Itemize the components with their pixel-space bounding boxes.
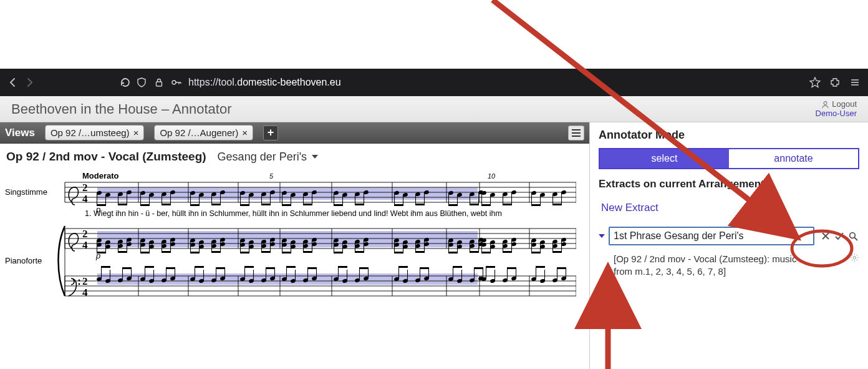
confirm-icon[interactable] (833, 230, 846, 242)
tab-augener[interactable]: Op 92 /…Augener) × (154, 125, 253, 140)
close-icon[interactable]: × (133, 128, 139, 137)
svg-point-406 (849, 232, 855, 238)
svg-line-413 (852, 255, 852, 255)
new-extract-link[interactable]: New Extract (601, 202, 859, 214)
svg-rect-269 (503, 251, 512, 253)
svg-rect-108 (481, 204, 491, 206)
svg-rect-206 (282, 252, 291, 253)
svg-rect-38 (140, 204, 150, 206)
mode-annotate-button[interactable]: annotate (729, 148, 859, 169)
bar-number-10: 10 (488, 172, 496, 180)
svg-rect-349 (286, 266, 296, 268)
mode-select-button[interactable]: select (599, 148, 729, 169)
svg-rect-314 (122, 267, 132, 269)
svg-rect-354 (307, 267, 317, 269)
menu-icon[interactable] (849, 77, 861, 88)
extract-row (599, 227, 859, 245)
bookmark-icon[interactable] (809, 77, 821, 88)
bar-number-5: 5 (269, 172, 274, 180)
left-column: Views Op 92 /…umsteeg) × Op 92 /…Augener… (0, 122, 589, 369)
add-tab-button[interactable]: + (263, 125, 278, 140)
svg-rect-48 (190, 204, 200, 206)
svg-rect-241 (415, 251, 425, 253)
logout-link[interactable]: Logout (816, 100, 857, 109)
svg-rect-284 (97, 273, 478, 285)
tab-zumsteeg[interactable]: Op 92 /…umsteeg) × (45, 125, 145, 140)
svg-rect-157 (118, 251, 127, 253)
svg-rect-113 (503, 204, 512, 205)
svg-point-1 (172, 81, 176, 84)
svg-rect-164 (140, 252, 150, 253)
svg-rect-220 (334, 252, 343, 253)
score-area[interactable]: Singstimme Pianoforte Moderato 5 10 (0, 166, 589, 369)
svg-rect-43 (162, 204, 171, 205)
url-bar[interactable]: https://tool.domestic-beethoven.eu (136, 77, 804, 88)
extensions-icon[interactable] (829, 77, 841, 88)
cancel-icon[interactable] (819, 230, 832, 242)
close-icon[interactable]: × (242, 128, 248, 137)
user-name[interactable]: Demo-User (816, 109, 857, 118)
svg-line-407 (854, 237, 857, 240)
svg-rect-394 (507, 267, 516, 269)
svg-rect-123 (552, 204, 562, 205)
svg-rect-248 (448, 252, 458, 253)
view-menu-button[interactable] (568, 125, 584, 140)
url-text: https://tool.domestic-beethoven.eu (188, 77, 341, 88)
svg-rect-78 (334, 204, 343, 206)
instrument-pianoforte: Pianoforte (5, 256, 42, 265)
svg-rect-192 (240, 252, 249, 253)
tab-label: Op 92 /…umsteeg) (51, 127, 130, 138)
gear-icon[interactable] (850, 253, 859, 265)
svg-rect-88 (394, 204, 403, 206)
svg-point-408 (853, 256, 856, 258)
svg-rect-150 (97, 252, 106, 253)
chevron-down-icon (312, 155, 318, 159)
svg-rect-369 (398, 266, 408, 268)
svg-rect-255 (470, 251, 479, 253)
mode-toggle: select annotate (599, 148, 859, 169)
extract-name-input[interactable] (609, 227, 814, 245)
extracts-label: Extracts on current Arrangements: (599, 178, 859, 190)
svg-rect-68 (282, 204, 291, 206)
search-icon[interactable] (847, 230, 859, 242)
extract-detail: [Op 92 / 2nd mov - Vocal (Zumsteeg): mus… (614, 253, 859, 278)
app-title: Beethoven in the House – Annotator (11, 101, 816, 117)
svg-rect-309 (101, 266, 110, 268)
svg-rect-213 (303, 251, 312, 253)
svg-text:4: 4 (82, 287, 88, 298)
svg-rect-399 (536, 266, 545, 268)
svg-rect-227 (355, 251, 364, 253)
browser-bar: https://tool.domestic-beethoven.eu (0, 69, 868, 96)
reload-button[interactable] (120, 77, 131, 88)
svg-rect-93 (415, 204, 425, 205)
key-icon (171, 77, 182, 88)
lyrics: 1. Wiegt ihn hin - ü - ber, hüllt ihn in… (85, 209, 502, 218)
url-prefix: https://tool. (188, 77, 237, 87)
svg-rect-324 (166, 267, 175, 269)
svg-text:2: 2 (82, 228, 88, 240)
score-subtitle-dropdown[interactable]: Gesang der Peri's (218, 150, 319, 164)
svg-rect-98 (448, 204, 458, 206)
svg-point-291 (79, 280, 80, 282)
shield-icon (136, 77, 147, 88)
svg-rect-234 (394, 252, 403, 253)
forward-button[interactable] (24, 77, 35, 88)
svg-text:4: 4 (82, 193, 88, 205)
app-header: Beethoven in the House – Annotator Logou… (0, 96, 868, 122)
instrument-singstimme: Singstimme (5, 187, 47, 197)
user-box: Logout Demo-User (816, 100, 857, 118)
svg-rect-4 (97, 187, 478, 200)
svg-rect-73 (303, 204, 312, 205)
svg-rect-384 (474, 267, 483, 269)
extract-expand-caret[interactable] (599, 234, 605, 238)
svg-rect-364 (359, 267, 369, 269)
score-svg: Singstimme Pianoforte Moderato 5 10 (2, 170, 576, 313)
right-panel: Annotator Mode select annotate Extracts … (589, 122, 868, 369)
svg-rect-0 (157, 82, 162, 86)
svg-line-415 (857, 255, 857, 255)
back-button[interactable] (7, 77, 19, 88)
svg-rect-178 (190, 252, 200, 253)
extract-detail-text: [Op 92 / 2nd mov - Vocal (Zumsteeg): mus… (614, 253, 813, 278)
svg-text:2: 2 (82, 275, 88, 287)
main: Views Op 92 /…umsteeg) × Op 92 /…Augener… (0, 122, 868, 369)
